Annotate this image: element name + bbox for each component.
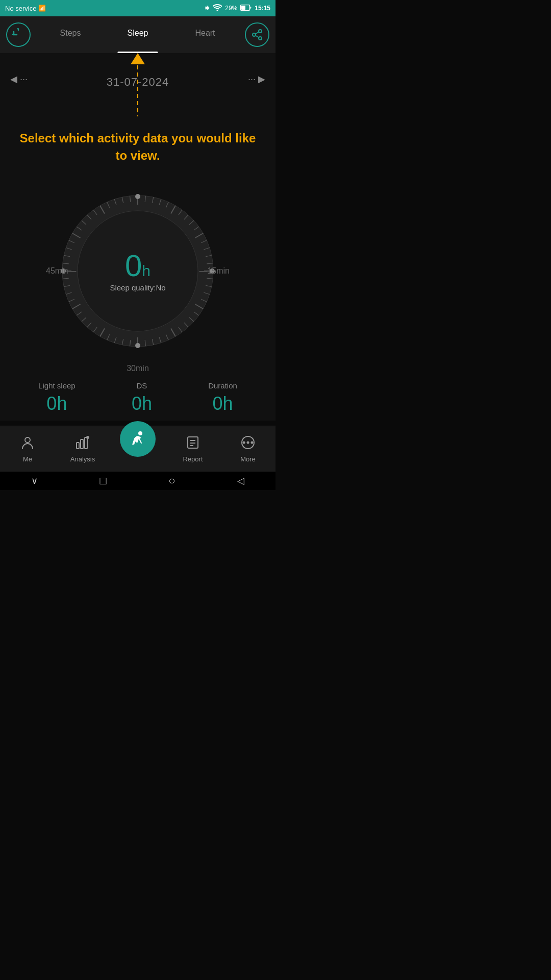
dial-dot-top [135, 194, 140, 199]
sys-nav-circle[interactable]: ○ [168, 474, 175, 487]
bluetooth-icon: ✱ [205, 5, 210, 12]
prev-date-btn[interactable]: ◀ ··· [10, 61, 28, 85]
sleep-dial: 45min— —15min 30min [41, 174, 235, 368]
svg-point-74 [138, 431, 142, 435]
svg-point-81 [251, 441, 254, 444]
time-display: 15:15 [255, 5, 270, 12]
main-content: ◀ ··· 31-07-2024 ··· ▶ Select which acti… [0, 53, 276, 421]
wifi-icon [213, 4, 222, 13]
nav-more[interactable]: More [220, 435, 276, 463]
svg-point-69 [25, 437, 30, 443]
svg-point-3 [253, 33, 256, 36]
bottom-nav: Me Analysis [0, 426, 276, 472]
date-nav: ◀ ··· 31-07-2024 ··· ▶ [0, 53, 276, 114]
svg-rect-70 [77, 443, 79, 449]
signal-icon: 📶 [38, 5, 46, 12]
nav-me[interactable]: Me [0, 435, 55, 463]
sys-nav-down[interactable]: ∨ [31, 475, 38, 486]
tab-heart[interactable]: Heart [171, 16, 239, 53]
more-icon [241, 435, 255, 453]
svg-line-5 [256, 36, 259, 38]
dial-dot-bottom [135, 343, 140, 348]
status-left: No service 📶 [5, 5, 46, 12]
svg-line-6 [256, 32, 259, 34]
svg-rect-1 [241, 6, 245, 10]
stats-row: Light sleep 0h DS 0h Duration 0h [0, 373, 276, 421]
stat-light-sleep: Light sleep 0h [38, 381, 76, 414]
stat-ds: DS 0h [132, 381, 152, 414]
refresh-btn[interactable] [0, 16, 37, 53]
dial-center: 0h Sleep quality:No [110, 251, 165, 292]
tabs-container: Steps Sleep Heart [37, 16, 239, 53]
next-date-btn[interactable]: ··· ▶ [248, 61, 265, 85]
analysis-icon [76, 435, 90, 453]
dial-label-30min: 30min [127, 364, 149, 373]
svg-point-80 [247, 441, 249, 444]
svg-point-79 [243, 441, 245, 444]
battery-icon [240, 5, 252, 12]
status-bar: No service 📶 ✱ 29% 15:15 [0, 0, 276, 16]
report-icon [186, 435, 200, 453]
battery-percent: 29% [225, 5, 237, 12]
info-message: Select which activity data you would lik… [0, 114, 276, 169]
nav-report[interactable]: Report [165, 435, 220, 463]
me-icon [20, 435, 35, 453]
share-btn[interactable] [239, 16, 276, 53]
dial-label-15min: —15min [199, 266, 230, 276]
date-arrow [131, 53, 145, 116]
tab-bar: Steps Sleep Heart [0, 16, 276, 53]
dial-time-value: 0h [125, 251, 151, 281]
status-right: ✱ 29% 15:15 [205, 4, 270, 13]
dashed-line [137, 65, 138, 116]
svg-point-73 [86, 436, 89, 439]
sys-nav-back[interactable]: ◁ [237, 475, 244, 486]
dial-quality: Sleep quality:No [110, 283, 165, 292]
svg-point-2 [259, 30, 262, 33]
tab-steps[interactable]: Steps [37, 16, 104, 53]
tab-sleep[interactable]: Sleep [104, 16, 171, 53]
stat-duration: Duration 0h [208, 381, 237, 414]
arrow-up-icon [131, 53, 145, 64]
svg-point-4 [259, 37, 262, 40]
dial-label-45min: 45min— [46, 266, 77, 276]
home-circle [120, 421, 156, 457]
svg-rect-72 [85, 437, 87, 449]
svg-rect-71 [81, 439, 83, 449]
system-nav-bar: ∨ □ ○ ◁ [0, 472, 276, 490]
sys-nav-square[interactable]: □ [99, 474, 106, 487]
nav-home[interactable] [110, 421, 165, 457]
no-service-text: No service [5, 5, 36, 12]
nav-analysis[interactable]: Analysis [55, 435, 110, 463]
